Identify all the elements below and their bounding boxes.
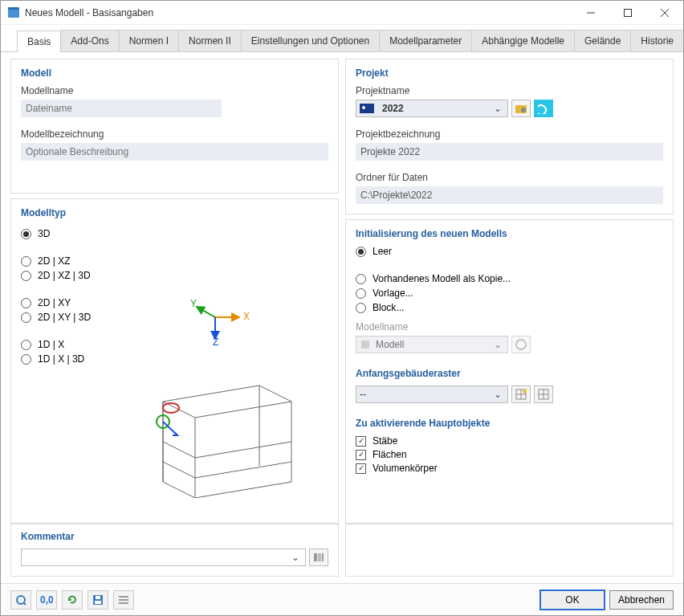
- app-icon: [7, 6, 20, 19]
- help-button[interactable]: [10, 590, 31, 610]
- svg-rect-0: [8, 9, 19, 18]
- modelltyp-heading: Modelltyp: [21, 207, 328, 218]
- tab-historie[interactable]: Historie: [630, 30, 684, 51]
- radio-leer[interactable]: Leer: [356, 246, 663, 257]
- projektbezeichnung-input[interactable]: [356, 143, 663, 161]
- modellname-label: Modellname: [21, 85, 328, 96]
- svg-point-17: [516, 340, 526, 349]
- raster-heading: Anfangsgebäuderaster: [356, 368, 663, 379]
- axes-icon: X Y Z: [187, 297, 251, 345]
- cancel-button[interactable]: Abbrechen: [609, 590, 674, 610]
- radio-1d-x-3d[interactable]: 1D | X | 3D: [21, 353, 109, 365]
- radio-2d-xz-3d[interactable]: 2D | XZ | 3D: [21, 270, 109, 281]
- check-flaechen[interactable]: Flächen: [356, 449, 663, 460]
- svg-line-8: [197, 307, 215, 317]
- tab-modellparameter[interactable]: Modellparameter: [379, 30, 472, 51]
- radio-block[interactable]: Block...: [356, 302, 663, 313]
- radio-1d-x[interactable]: 1D | X: [21, 339, 109, 350]
- svg-rect-26: [318, 553, 321, 561]
- radio-2d-xy[interactable]: 2D | XY: [21, 297, 109, 308]
- tab-normen-1[interactable]: Normen I: [119, 30, 179, 51]
- project-manager-button[interactable]: [511, 100, 531, 117]
- tab-basis[interactable]: Basis: [17, 31, 61, 52]
- reset-button[interactable]: [62, 590, 83, 610]
- empty-panel: [345, 524, 674, 577]
- svg-rect-36: [119, 602, 128, 604]
- refresh-icon: [67, 594, 78, 606]
- init-heading: Initialisierung des neuen Modells: [356, 228, 663, 239]
- svg-rect-34: [119, 596, 128, 598]
- radio-vorlage[interactable]: Vorlage...: [356, 288, 663, 299]
- hauptobjekte-heading: Zu aktivierende Hauptobjekte: [356, 418, 663, 429]
- chevron-down-icon: ⌄: [491, 389, 504, 400]
- init-panel: Initialisierung des neuen Modells Leer V…: [345, 219, 674, 524]
- close-button[interactable]: [646, 1, 683, 25]
- chevron-down-icon: ⌄: [491, 103, 504, 114]
- svg-rect-3: [625, 9, 632, 16]
- radio-3d[interactable]: 3D: [21, 228, 109, 239]
- tab-normen-2[interactable]: Normen II: [178, 30, 242, 51]
- svg-rect-33: [96, 596, 100, 599]
- radio-2d-xz[interactable]: 2D | XZ: [21, 255, 109, 267]
- copy-model-info-button: [511, 336, 531, 353]
- model-wireframe-icon: [131, 377, 307, 498]
- svg-rect-16: [361, 341, 369, 349]
- kommentar-dropdown[interactable]: ⌄: [21, 549, 306, 566]
- svg-rect-1: [8, 7, 19, 10]
- tab-abhaengige[interactable]: Abhängige Modelle: [471, 30, 575, 51]
- load-default-button[interactable]: [113, 590, 134, 610]
- tab-einstellungen[interactable]: Einstellungen und Optionen: [241, 30, 380, 51]
- svg-text:X: X: [243, 311, 250, 322]
- raster-new-button[interactable]: [511, 386, 531, 403]
- raster-dropdown[interactable]: -- ⌄: [356, 386, 508, 403]
- ok-button[interactable]: OK: [540, 590, 605, 610]
- svg-rect-25: [314, 553, 317, 561]
- projektbezeichnung-label: Projektbezeichnung: [356, 129, 663, 140]
- radio-2d-xy-3d[interactable]: 2D | XY | 3D: [21, 312, 109, 323]
- modellbezeichnung-label: Modellbezeichnung: [21, 129, 328, 140]
- kommentar-library-button[interactable]: [309, 549, 328, 566]
- kommentar-panel: Kommentar ⌄: [10, 524, 339, 577]
- info-icon: [515, 339, 527, 350]
- library-icon: [313, 552, 324, 563]
- modelltyp-panel: Modelltyp 3D 2D | XZ 2D | XZ | 3D 2D | X…: [10, 198, 339, 524]
- modell-heading: Modell: [21, 67, 328, 79]
- maximize-button[interactable]: [609, 1, 646, 25]
- svg-rect-32: [95, 601, 101, 604]
- projekt-panel: Projekt Projektname 2022 ⌄ Projektbezeic…: [345, 59, 674, 214]
- grid-new-icon: [515, 389, 527, 400]
- modellbezeichnung-input[interactable]: [21, 143, 328, 161]
- svg-rect-35: [119, 599, 128, 601]
- check-volumenkoerper[interactable]: Volumenkörper: [356, 463, 663, 474]
- ordner-label: Ordner für Daten: [356, 172, 663, 183]
- info-icon: [538, 103, 549, 114]
- tab-bar: Basis Add-Ons Normen I Normen II Einstel…: [1, 30, 683, 52]
- tab-addons[interactable]: Add-Ons: [60, 30, 119, 51]
- modell-panel: Modell Modellname Modellbezeichnung: [10, 59, 339, 194]
- svg-text:Y: Y: [190, 298, 197, 309]
- chevron-down-icon: ⌄: [491, 339, 504, 350]
- project-info-button[interactable]: [534, 100, 553, 117]
- units-button[interactable]: 0,00: [36, 590, 57, 610]
- svg-line-29: [23, 602, 26, 605]
- grid-edit-icon: [538, 389, 549, 400]
- kommentar-heading: Kommentar: [21, 531, 328, 542]
- radio-kopie[interactable]: Vorhandenes Modell als Kopie...: [356, 273, 663, 284]
- projektname-dropdown[interactable]: 2022 ⌄: [356, 100, 508, 117]
- copy-modellname-label: Modellname: [356, 321, 663, 332]
- projekt-heading: Projekt: [356, 67, 663, 79]
- tab-gelaende[interactable]: Gelände: [574, 30, 631, 51]
- wrench-icon: [15, 594, 26, 606]
- disk-icon: [92, 594, 104, 606]
- check-staebe[interactable]: Stäbe: [356, 435, 663, 447]
- units-icon: 0,00: [40, 594, 53, 606]
- window-title: Neues Modell - Basisangaben: [25, 7, 572, 18]
- ordner-input[interactable]: [356, 186, 663, 204]
- minimize-button[interactable]: [572, 1, 609, 25]
- save-default-button[interactable]: [88, 590, 108, 610]
- modellname-input[interactable]: [21, 100, 222, 117]
- projektname-label: Projektname: [356, 85, 663, 96]
- list-icon: [118, 594, 129, 606]
- raster-edit-button[interactable]: [534, 386, 553, 403]
- copy-modellname-dropdown: Modell ⌄: [356, 336, 508, 353]
